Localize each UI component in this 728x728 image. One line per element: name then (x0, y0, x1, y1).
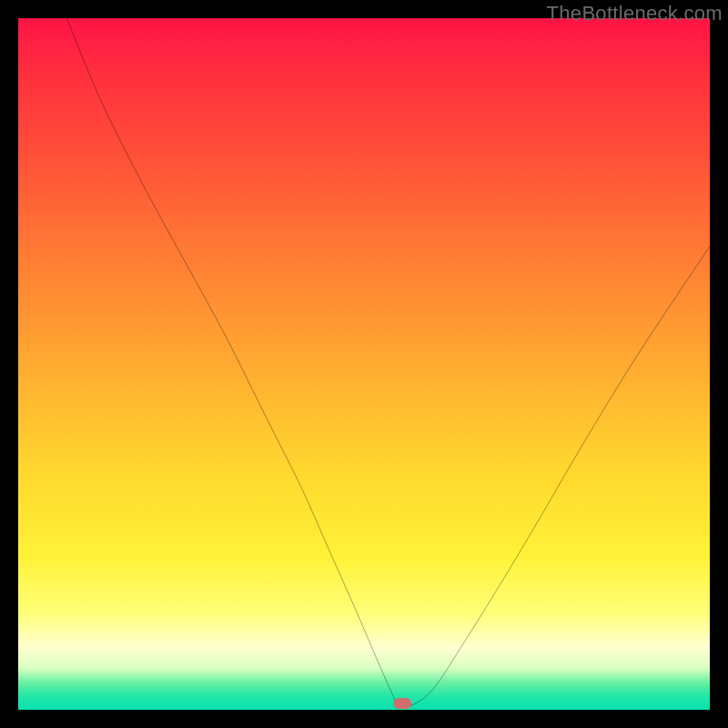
chart-frame: TheBottleneck.com (0, 0, 728, 728)
minimum-marker (393, 698, 411, 709)
plot-area (18, 18, 710, 710)
curve-svg (18, 18, 710, 710)
watermark-text: TheBottleneck.com (547, 2, 723, 25)
bottleneck-curve (66, 18, 710, 707)
